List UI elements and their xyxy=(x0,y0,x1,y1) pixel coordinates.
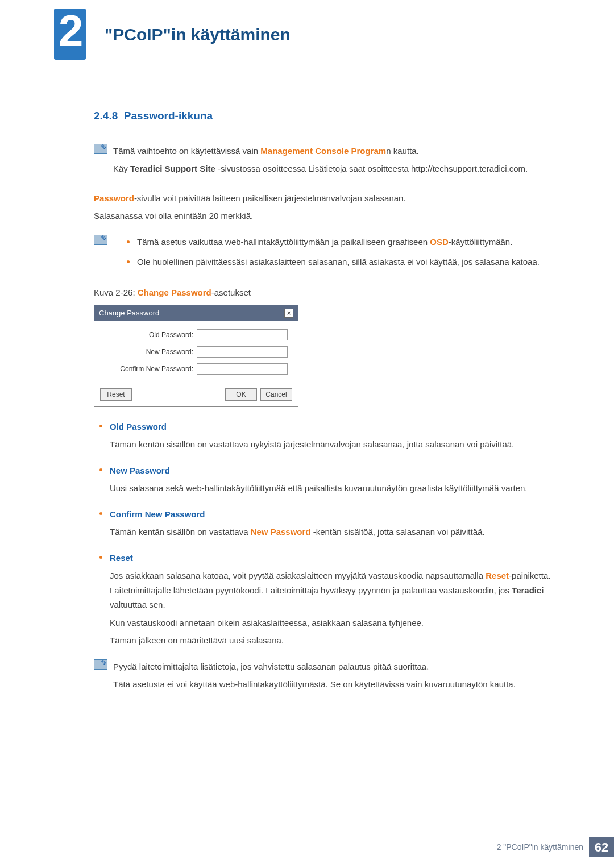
t: -kentän sisältöä, jotta salasanan voi pä… xyxy=(311,527,485,537)
highlight: Management Console Program xyxy=(260,146,386,156)
bullet-item: Ole huolellinen päivittäessäsi asiakasla… xyxy=(137,255,560,269)
dialog-buttons: Reset OK Cancel xyxy=(94,384,298,406)
t: Tätä asetusta ei voi käyttää web-hallint… xyxy=(113,677,560,692)
chapter-number: 2 xyxy=(59,9,83,53)
dialog-title-text: Change Password xyxy=(99,308,159,319)
t: -asetukset xyxy=(211,288,251,297)
note-icon xyxy=(94,144,113,157)
note-bullets: Tämä asetus vaikuttaa web-hallintakäyttö… xyxy=(113,235,560,269)
t: Jos asiakkaan salasana katoaa, voit pyyt… xyxy=(110,571,486,580)
bold: Teradici xyxy=(512,585,544,595)
chapter-title: "PCoIP"in käyttäminen xyxy=(105,22,291,47)
t: Tämän kentän sisällön on vastattava xyxy=(110,527,251,537)
ok-button[interactable]: OK xyxy=(225,388,257,401)
confirm-password-label: Confirm New Password: xyxy=(100,364,197,374)
change-password-dialog: Change Password × Old Password: New Pass… xyxy=(94,305,298,407)
page-footer: 2 "PCoIP"in käyttäminen 62 xyxy=(497,837,614,857)
def-reset: Reset Jos asiakkaan salasana katoaa, voi… xyxy=(110,551,560,648)
def-confirm-password: Confirm New Password Tämän kentän sisäll… xyxy=(110,507,560,539)
dialog-titlebar: Change Password × xyxy=(94,305,298,321)
note-text: Pyydä laitetoimittajalta lisätietoja, jo… xyxy=(113,659,560,695)
highlight: Password xyxy=(94,193,134,203)
def-body: Tämän kentän sisällön on vastattava nyky… xyxy=(110,437,560,452)
t: Pyydä laitetoimittajalta lisätietoja, jo… xyxy=(113,659,560,674)
section-heading: 2.4.8 Password-ikkuna xyxy=(94,108,560,124)
note-icon xyxy=(94,235,113,248)
footer-page-number: 62 xyxy=(589,837,614,857)
t: Tämän jälkeen on määritettävä uusi salas… xyxy=(110,633,560,648)
t: Käy xyxy=(113,164,130,173)
form-row-old: Old Password: xyxy=(100,329,292,340)
highlight: OSD xyxy=(430,237,449,247)
form-row-confirm: Confirm New Password: xyxy=(100,363,292,375)
highlight: Reset xyxy=(486,571,509,580)
def-term: New Password xyxy=(110,463,560,478)
reset-button[interactable]: Reset xyxy=(100,388,132,401)
form-row-new: New Password: xyxy=(100,346,292,358)
cancel-button[interactable]: Cancel xyxy=(260,388,292,401)
def-term: Confirm New Password xyxy=(110,507,560,522)
note-reset-info: Pyydä laitetoimittajalta lisätietoja, jo… xyxy=(94,659,560,695)
t: valtuuttaa sen. xyxy=(110,600,165,609)
old-password-label: Old Password: xyxy=(100,330,197,340)
t: Tämä vaihtoehto on käytettävissä vain xyxy=(113,146,260,156)
intro-block: Password-sivulla voit päivittää laitteen… xyxy=(94,191,560,223)
section-title: Password-ikkuna xyxy=(124,110,213,122)
figure-label: Kuva 2-26: Change Password-asetukset xyxy=(94,286,560,300)
new-password-field[interactable] xyxy=(197,346,288,358)
note-availability: Tämä vaihtoehto on käytettävissä vain Ma… xyxy=(94,144,560,180)
chapter-tab: 2 xyxy=(54,9,86,60)
section-number: 2.4.8 xyxy=(94,110,118,122)
close-icon[interactable]: × xyxy=(284,309,293,318)
def-old-password: Old Password Tämän kentän sisällön on va… xyxy=(110,420,560,452)
t: Kun vastauskoodi annetaan oikein asiakas… xyxy=(110,616,560,630)
def-body: Uusi salasana sekä web-hallintakäyttölii… xyxy=(110,481,560,496)
def-term: Old Password xyxy=(110,420,560,434)
footer-text: 2 "PCoIP"in käyttäminen xyxy=(497,837,589,857)
note-icon xyxy=(94,659,113,673)
new-password-label: New Password: xyxy=(100,347,197,357)
highlight: New Password xyxy=(251,527,311,537)
t: -käyttöliittymään. xyxy=(449,237,513,247)
confirm-password-field[interactable] xyxy=(197,363,288,375)
definition-list: Old Password Tämän kentän sisällön on va… xyxy=(94,420,560,648)
old-password-field[interactable] xyxy=(197,329,288,340)
t: Tämä asetus vaikuttaa web-hallintakäyttö… xyxy=(137,237,430,247)
highlight: Change Password xyxy=(138,288,211,297)
t: Kuva 2-26: xyxy=(94,288,138,297)
def-new-password: New Password Uusi salasana sekä web-hall… xyxy=(110,463,560,496)
def-term: Reset xyxy=(110,551,560,566)
page-content: 2.4.8 Password-ikkuna Tämä vaihtoehto on… xyxy=(94,108,560,707)
dialog-body: Old Password: New Password: Confirm New … xyxy=(94,321,298,384)
note-effects: Tämä asetus vaikuttaa web-hallintakäyttö… xyxy=(94,235,560,275)
note-text: Tämä vaihtoehto on käytettävissä vain Ma… xyxy=(113,144,560,180)
t: n kautta. xyxy=(386,146,419,156)
def-body: Tämän kentän sisällön on vastattava New … xyxy=(110,525,560,539)
bullet-item: Tämä asetus vaikuttaa web-hallintakäyttö… xyxy=(137,235,560,250)
t: -sivustossa osoitteessa Lisätietoja saat… xyxy=(215,164,528,173)
def-body: Jos asiakkaan salasana katoaa, voit pyyt… xyxy=(110,568,560,648)
t: -sivulla voit päivittää laitteen paikall… xyxy=(134,193,406,203)
t: Salasanassa voi olla enintään 20 merkkiä… xyxy=(94,209,560,223)
bold: Teradici Support Site xyxy=(130,164,215,173)
